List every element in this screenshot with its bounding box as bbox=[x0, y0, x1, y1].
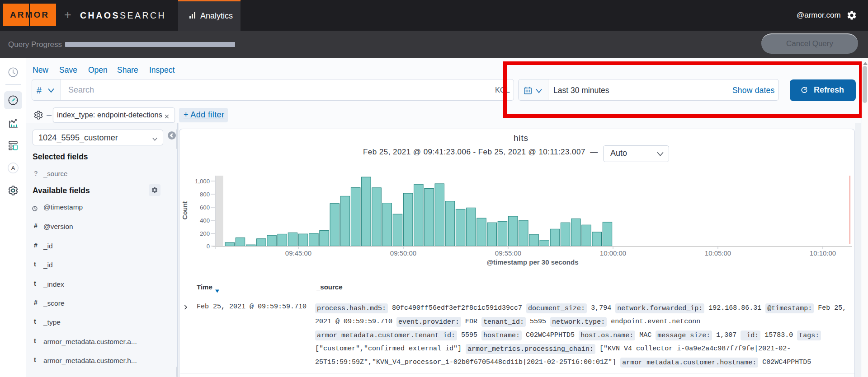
svg-text:10:10:00: 10:10:00 bbox=[810, 249, 836, 257]
svg-text:10:00:00: 10:00:00 bbox=[600, 249, 626, 257]
svg-text:10:05:00: 10:05:00 bbox=[705, 249, 731, 257]
svg-text:A: A bbox=[11, 165, 15, 172]
svg-text:600: 600 bbox=[200, 204, 210, 211]
svg-text:800: 800 bbox=[200, 191, 210, 198]
svg-text:Count: Count bbox=[181, 201, 189, 219]
svg-text:09:50:00: 09:50:00 bbox=[390, 249, 416, 257]
svg-text:0: 0 bbox=[207, 243, 210, 250]
svg-text:@timestamp per 30 seconds: @timestamp per 30 seconds bbox=[486, 258, 578, 266]
svg-text:200: 200 bbox=[200, 230, 210, 237]
svg-text:1,000: 1,000 bbox=[195, 178, 210, 185]
svg-text:09:45:00: 09:45:00 bbox=[285, 249, 311, 257]
svg-text:09:55:00: 09:55:00 bbox=[495, 249, 521, 257]
svg-text:400: 400 bbox=[200, 217, 210, 224]
